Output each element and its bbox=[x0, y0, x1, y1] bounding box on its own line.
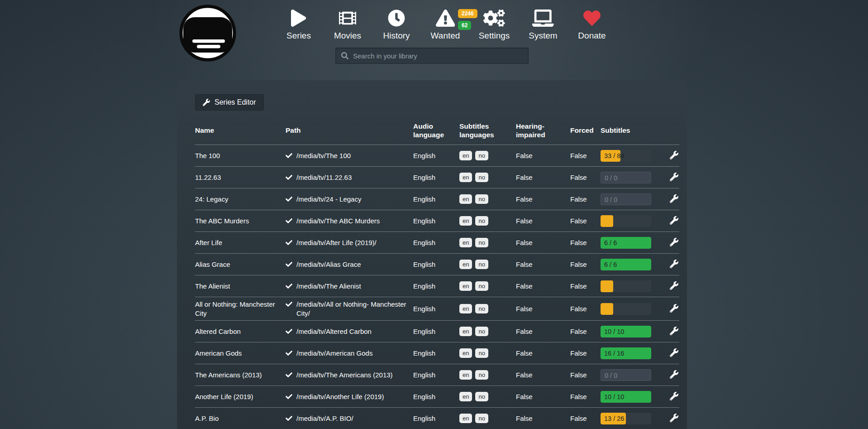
hearing-impaired-value: False bbox=[516, 392, 570, 401]
forced-value: False bbox=[570, 304, 601, 313]
series-name[interactable]: Alias Grace bbox=[195, 260, 286, 269]
edit-series-button[interactable] bbox=[669, 280, 679, 292]
library-search bbox=[335, 48, 529, 64]
check-icon bbox=[286, 415, 292, 422]
header-name: Name bbox=[195, 126, 286, 135]
table-row: 24: Legacy /media/tv/24 - Legacy English… bbox=[195, 188, 679, 210]
check-icon bbox=[286, 174, 292, 181]
series-panel: Series Editor Name Path Audio language S… bbox=[177, 80, 687, 429]
bazarr-logo-icon bbox=[178, 4, 237, 63]
edit-series-button[interactable] bbox=[669, 150, 679, 162]
language-badge: no bbox=[475, 151, 488, 160]
wrench-icon bbox=[670, 414, 678, 422]
nav-item-wanted[interactable]: Wanted 2246 62 bbox=[421, 8, 470, 41]
language-badge: en bbox=[459, 281, 472, 291]
series-name[interactable]: 24: Legacy bbox=[195, 195, 286, 204]
forced-value: False bbox=[570, 238, 601, 247]
audio-language: English bbox=[413, 327, 459, 336]
hearing-impaired-value: False bbox=[516, 260, 570, 269]
series-editor-button[interactable]: Series Editor bbox=[195, 94, 264, 111]
edit-series-button[interactable] bbox=[669, 259, 679, 270]
check-icon bbox=[286, 350, 292, 357]
language-badge: no bbox=[475, 414, 488, 423]
check-icon bbox=[286, 371, 292, 378]
header-path: Path bbox=[286, 126, 413, 135]
nav-label: Series bbox=[286, 31, 311, 41]
series-editor-label: Series Editor bbox=[215, 98, 256, 106]
check-icon bbox=[286, 283, 292, 289]
series-name[interactable]: After Life bbox=[195, 238, 286, 247]
audio-language: English bbox=[413, 195, 459, 204]
language-badge: en bbox=[459, 370, 472, 380]
series-name[interactable]: The Alienist bbox=[195, 282, 286, 291]
series-path: /media/tv/The 100 bbox=[296, 151, 351, 160]
series-name[interactable]: A.P. Bio bbox=[195, 414, 286, 423]
table-row: The Alienist /media/tv/The Alienist Engl… bbox=[195, 275, 679, 297]
check-icon bbox=[286, 393, 292, 400]
nav-item-series[interactable]: Series bbox=[274, 8, 323, 41]
edit-series-button[interactable] bbox=[669, 237, 679, 249]
wrench-icon bbox=[670, 370, 678, 379]
nav-label: Movies bbox=[334, 31, 361, 41]
series-name[interactable]: The 100 bbox=[195, 151, 286, 160]
film-icon bbox=[339, 8, 356, 28]
series-name[interactable]: The ABC Murders bbox=[195, 217, 286, 226]
series-name[interactable]: Another Life (2019) bbox=[195, 392, 286, 401]
subtitles-progress: 33 / 84 bbox=[601, 150, 651, 162]
language-badge: no bbox=[475, 370, 488, 380]
app-logo[interactable] bbox=[178, 4, 237, 63]
nav-item-system[interactable]: System bbox=[519, 8, 568, 41]
nav-item-movies[interactable]: Movies bbox=[323, 8, 372, 41]
hearing-impaired-value: False bbox=[516, 327, 570, 336]
hearing-impaired-value: False bbox=[516, 151, 570, 160]
series-path: /media/tv/American Gods bbox=[296, 349, 372, 358]
subtitle-language-badges: enno bbox=[459, 173, 516, 182]
series-name[interactable]: 11.22.63 bbox=[195, 173, 286, 182]
nav-label: System bbox=[529, 31, 557, 41]
edit-series-button[interactable] bbox=[669, 413, 679, 424]
series-name[interactable]: Altered Carbon bbox=[195, 327, 286, 336]
wrench-icon bbox=[670, 281, 678, 290]
edit-series-button[interactable] bbox=[669, 303, 679, 315]
nav-item-donate[interactable]: Donate bbox=[568, 8, 616, 41]
edit-series-button[interactable] bbox=[669, 369, 679, 381]
table-row: A.P. Bio /media/tv/A.P. BIO/ English enn… bbox=[195, 407, 679, 429]
wrench-icon bbox=[670, 304, 678, 313]
edit-series-button[interactable] bbox=[669, 347, 679, 359]
audio-language: English bbox=[413, 414, 459, 423]
forced-value: False bbox=[570, 282, 601, 291]
edit-series-button[interactable] bbox=[669, 391, 679, 403]
edit-series-button[interactable] bbox=[669, 215, 679, 227]
forced-value: False bbox=[570, 195, 601, 204]
clock-icon bbox=[388, 8, 405, 28]
wanted-movies-count-badge: 62 bbox=[458, 21, 471, 30]
edit-series-button[interactable] bbox=[669, 326, 679, 337]
audio-language: English bbox=[413, 173, 459, 182]
subtitles-progress-label: 0 / 0 bbox=[605, 370, 617, 381]
nav-label: Wanted bbox=[431, 31, 460, 41]
subtitles-progress: 16 / 16 bbox=[601, 347, 651, 359]
forced-value: False bbox=[570, 260, 601, 269]
nav-item-history[interactable]: History bbox=[372, 8, 421, 41]
check-icon bbox=[286, 239, 292, 246]
edit-series-button[interactable] bbox=[669, 193, 679, 205]
nav-label: Settings bbox=[479, 31, 510, 41]
language-badge: no bbox=[475, 392, 488, 401]
wrench-icon bbox=[203, 99, 210, 106]
wrench-icon bbox=[670, 216, 678, 225]
table-row: The 100 /media/tv/The 100 English enno F… bbox=[195, 145, 679, 166]
subtitles-progress bbox=[601, 280, 651, 292]
series-name[interactable]: American Gods bbox=[195, 349, 286, 358]
series-name[interactable]: All or Nothing: Manchester City bbox=[195, 300, 286, 318]
audio-language: English bbox=[413, 392, 459, 401]
subtitles-progress-label: 10 / 10 bbox=[604, 326, 624, 337]
search-input[interactable] bbox=[353, 52, 523, 60]
wrench-icon bbox=[670, 348, 678, 357]
table-row: American Gods /media/tv/American Gods En… bbox=[195, 342, 679, 364]
language-badge: no bbox=[475, 304, 488, 313]
forced-value: False bbox=[570, 217, 601, 226]
hearing-impaired-value: False bbox=[516, 304, 570, 313]
nav-item-settings[interactable]: Settings bbox=[470, 8, 519, 41]
edit-series-button[interactable] bbox=[669, 172, 679, 183]
series-name[interactable]: The Americans (2013) bbox=[195, 371, 286, 380]
